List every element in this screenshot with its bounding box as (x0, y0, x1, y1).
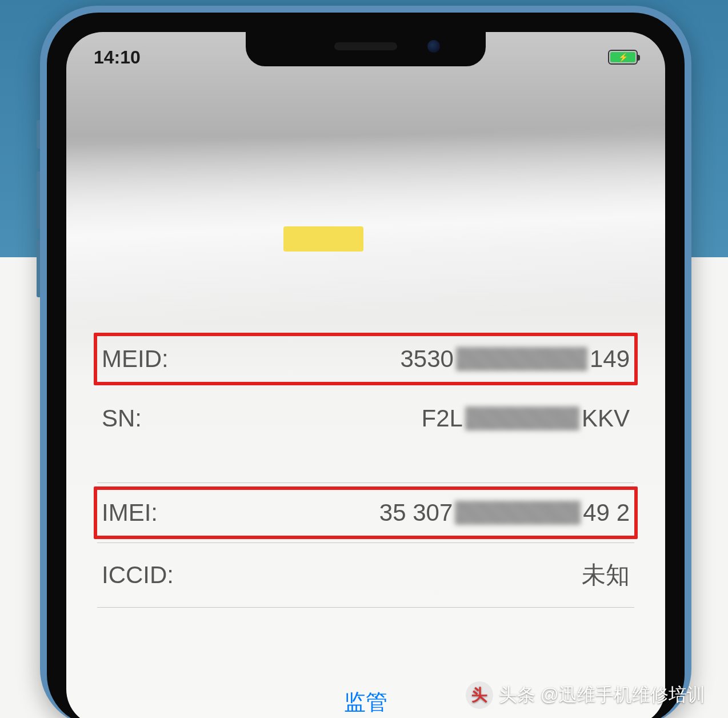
sn-row[interactable]: SN: F2L KKV (97, 389, 634, 448)
imei-value: 35 307 49 2 (379, 499, 630, 526)
imei-label: IMEI: (102, 499, 158, 526)
charging-bolt-icon: ⚡ (618, 53, 628, 62)
imei-row[interactable]: IMEI: 35 307 49 2 (97, 483, 634, 543)
meid-label: MEID: (102, 345, 169, 373)
battery-icon: ⚡ (608, 50, 638, 65)
iccid-row[interactable]: ICCID: 未知 (97, 543, 634, 607)
phone-device: 14:10 ⚡ MEID: 3530 (40, 6, 691, 718)
watermark-text: 头条 @迅维手机维修培训 (499, 683, 705, 708)
meid-row[interactable]: MEID: 3530 149 (97, 329, 634, 389)
watermark: 头 头条 @迅维手机维修培训 (466, 681, 705, 709)
separator (97, 607, 634, 608)
iccid-value: 未知 (582, 559, 630, 591)
volume-down-button (37, 240, 40, 297)
phone-bezel: 14:10 ⚡ MEID: 3530 (47, 13, 685, 718)
volume-up-button (37, 171, 40, 229)
status-bar: 14:10 ⚡ (94, 46, 638, 69)
screen-glare (66, 123, 665, 329)
status-time: 14:10 (94, 47, 141, 68)
device-info-list: MEID: 3530 149 SN: F2L KKV (97, 329, 634, 608)
meid-value: 3530 149 (400, 345, 630, 373)
spacer (97, 448, 634, 482)
sn-label: SN: (102, 405, 142, 432)
imei-censored (455, 501, 581, 525)
yellow-reflection (283, 226, 363, 252)
iccid-label: ICCID: (102, 561, 174, 589)
meid-censored (456, 347, 587, 371)
mute-switch (37, 120, 40, 149)
status-right: ⚡ (603, 50, 638, 65)
battery-fill: ⚡ (610, 52, 635, 62)
sn-censored (465, 406, 579, 430)
phone-screen[interactable]: 14:10 ⚡ MEID: 3530 (66, 32, 665, 718)
watermark-logo-icon: 头 (466, 681, 493, 709)
sn-value: F2L KKV (422, 405, 630, 432)
